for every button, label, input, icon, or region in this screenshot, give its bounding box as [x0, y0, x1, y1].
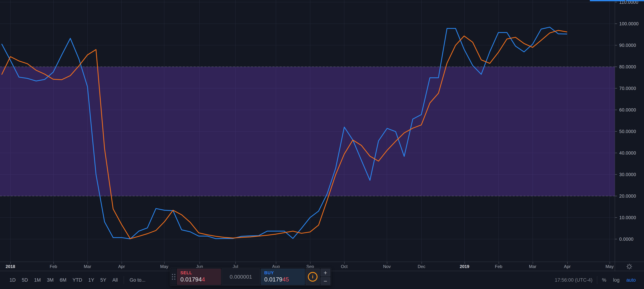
x-axis-tick	[88, 262, 88, 264]
x-axis-tick	[498, 262, 499, 264]
y-axis-tick	[615, 174, 617, 175]
trading-chart-window: 110.0000100.000090.000080.000070.000060.…	[0, 0, 644, 289]
loading-progress-bar	[590, 0, 625, 1]
oversold-overbought-band	[0, 67, 615, 196]
x-axis-tick	[610, 262, 610, 264]
x-axis-label-apr: Apr	[118, 264, 125, 269]
y-axis-tick	[615, 131, 617, 132]
x-axis-label-nov: Nov	[383, 264, 391, 269]
y-axis-label: 50.0000	[619, 129, 636, 134]
x-axis-tick	[54, 262, 54, 264]
y-axis-label: 10.0000	[619, 215, 636, 220]
auto-scale-toggle[interactable]: auto	[626, 277, 636, 283]
y-axis-label: 20.0000	[619, 193, 636, 199]
y-axis-label: 0.0000	[619, 236, 634, 242]
date-range-buttons: 1D5D1M3M6MYTD1Y5YAll	[6, 275, 121, 285]
sell-price-highlight: 4	[202, 276, 205, 283]
range-button-1d[interactable]: 1D	[6, 275, 19, 285]
chart-plot-area[interactable]	[0, 0, 615, 262]
y-axis-label: 70.0000	[619, 86, 636, 91]
x-axis-tick	[10, 262, 11, 264]
quantity-stepper: + −	[320, 269, 330, 285]
spread-number: 0.000001	[230, 274, 252, 280]
y-axis-tick	[615, 153, 617, 153]
x-axis-label-may: May	[160, 264, 168, 269]
x-axis-label-feb: Feb	[495, 264, 502, 269]
x-axis-tick	[164, 262, 164, 264]
range-button-3m[interactable]: 3M	[44, 275, 57, 285]
price-axis[interactable]: 110.0000100.000090.000080.000070.000060.…	[615, 0, 644, 262]
buy-price: 0.017945	[264, 276, 304, 283]
x-axis-tick	[464, 262, 465, 264]
gear-icon[interactable]	[626, 263, 632, 270]
info-icon-glyph: i	[308, 272, 318, 282]
x-axis-label-feb: Feb	[50, 264, 57, 269]
y-axis-label: 40.0000	[619, 150, 636, 156]
sell-button[interactable]: SELL 0.017944	[177, 269, 221, 285]
y-axis-tick	[615, 2, 617, 2]
x-axis-label-may: May	[606, 264, 614, 269]
sell-price: 0.017944	[180, 276, 221, 283]
range-button-ytd[interactable]: YTD	[70, 275, 85, 285]
spread-value: 0.000001	[222, 269, 260, 285]
y-axis-tick	[615, 24, 617, 24]
y-axis-label: 60.0000	[619, 107, 636, 113]
drag-handle-icon[interactable]	[171, 269, 176, 285]
x-axis-label-dec: Dec	[418, 264, 426, 269]
x-axis-tick	[276, 262, 276, 264]
x-axis-label-mar: Mar	[529, 264, 536, 269]
x-axis-label-2018: 2018	[6, 264, 15, 269]
y-axis-tick	[615, 217, 617, 218]
x-axis-tick	[567, 262, 568, 264]
y-axis-tick	[615, 45, 617, 46]
y-axis-tick	[615, 196, 617, 196]
y-axis-label: 30.0000	[619, 172, 636, 177]
x-axis-label-apr: Apr	[564, 264, 570, 269]
plus-button[interactable]: +	[320, 269, 330, 276]
x-axis-label-2019: 2019	[460, 264, 469, 269]
x-axis-tick	[422, 262, 422, 264]
gear-icon-glyph	[626, 263, 632, 270]
buy-price-highlight: 45	[282, 276, 289, 283]
drag-dots-icon	[172, 274, 175, 280]
percent-scale-toggle[interactable]: %	[602, 277, 606, 283]
x-axis-label-oct: Oct	[341, 264, 348, 269]
y-axis-label: 90.0000	[619, 43, 636, 48]
range-button-1m[interactable]: 1M	[31, 275, 44, 285]
info-icon[interactable]: i	[306, 269, 320, 285]
toolbar-divider	[124, 276, 124, 284]
y-axis-label: 80.0000	[619, 64, 636, 70]
log-scale-toggle[interactable]: log	[613, 277, 620, 283]
x-axis-tick	[122, 262, 122, 264]
x-axis-tick	[344, 262, 344, 264]
oscillator-chart[interactable]	[0, 0, 615, 262]
range-button-6m[interactable]: 6M	[57, 275, 70, 285]
range-button-5d[interactable]: 5D	[19, 275, 31, 285]
x-axis-tick	[200, 262, 200, 264]
sell-label: SELL	[180, 270, 221, 275]
goto-button[interactable]: Go to...	[127, 275, 148, 285]
y-axis-tick	[615, 110, 617, 110]
x-axis-label-mar: Mar	[84, 264, 91, 269]
y-axis-tick	[615, 67, 617, 67]
minus-button[interactable]: −	[320, 277, 330, 285]
x-axis-tick	[533, 262, 533, 264]
x-axis-tick	[310, 262, 310, 264]
status-cluster: 17:56:00 (UTC-4) % log auto	[555, 276, 644, 284]
toolbar-divider	[597, 276, 597, 284]
y-axis-tick	[615, 88, 617, 89]
axis-corner-divider	[615, 262, 615, 271]
range-button-1y[interactable]: 1Y	[85, 275, 97, 285]
buy-button[interactable]: BUY 0.017945	[261, 269, 305, 285]
buy-price-main: 0.0179	[264, 276, 282, 283]
loading-progress-bar	[626, 0, 644, 1]
y-axis-tick	[615, 239, 617, 239]
buy-sell-widget: SELL 0.017944 0.000001 BUY 0.017945 i + …	[170, 268, 331, 286]
range-button-all[interactable]: All	[109, 275, 121, 285]
range-button-5y[interactable]: 5Y	[97, 275, 109, 285]
timezone-clock[interactable]: 17:56:00 (UTC-4)	[555, 277, 592, 283]
sell-price-main: 0.01794	[180, 276, 202, 283]
buy-label: BUY	[264, 270, 304, 275]
y-axis-label: 100.0000	[619, 21, 638, 26]
x-axis-tick	[236, 262, 236, 264]
